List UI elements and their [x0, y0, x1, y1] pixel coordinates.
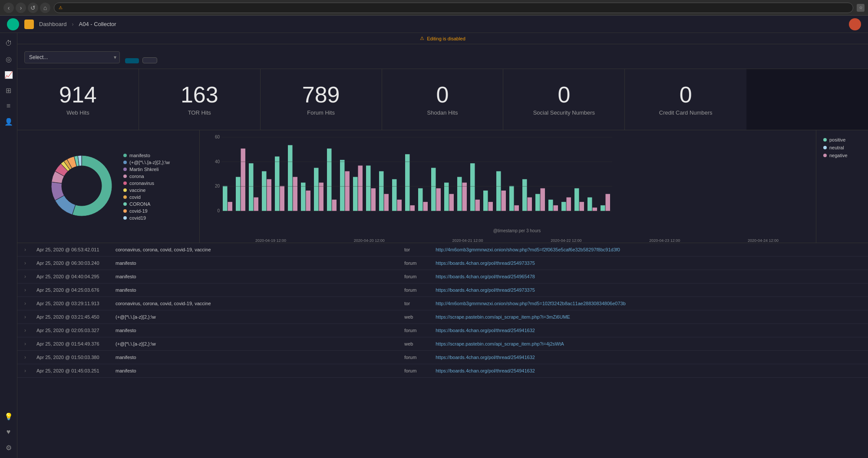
svg-rect-10 — [280, 186, 285, 211]
x-axis-label: 2020-04-24 12:00 — [748, 238, 779, 243]
row-expand-icon[interactable]: › — [24, 260, 31, 266]
row-url[interactable]: http://4m6omb3gmrmnwzxi.onion/show.php?m… — [436, 301, 861, 306]
row-expand-icon[interactable]: › — [24, 314, 31, 320]
row-source: tor — [404, 301, 430, 306]
svg-rect-58 — [593, 208, 597, 211]
row-url[interactable]: https://boards.4chan.org/pol/thread/2549… — [436, 287, 861, 293]
svg-rect-12 — [293, 177, 298, 211]
row-expand-icon[interactable]: › — [24, 354, 31, 360]
client-id-select[interactable]: Select... — [24, 51, 120, 63]
row-timestamp: Apr 25, 2020 @ 06:30:03.240 — [36, 260, 110, 266]
svg-rect-44 — [502, 191, 506, 211]
legend-label: vaccine — [129, 188, 145, 193]
row-tags: manifesto — [116, 328, 399, 333]
row-expand-icon[interactable]: › — [24, 300, 31, 306]
legend-label: covid19 — [129, 215, 146, 221]
row-url[interactable]: https://boards.4chan.org/pol/thread/2549… — [436, 274, 861, 279]
stat-card: 0 Shodan Hits — [382, 69, 504, 130]
svg-rect-6 — [254, 198, 259, 211]
legend-label: covid-19 — [129, 208, 148, 214]
sidebar-icon-bulb[interactable]: 💡 — [2, 409, 16, 423]
x-axis-label: 2020-04-19 12:00 — [255, 238, 286, 243]
sidebar-icon-grid[interactable]: ⊞ — [2, 83, 16, 97]
row-timestamp: Apr 25, 2020 @ 04:40:04.295 — [36, 274, 110, 279]
svg-rect-29 — [405, 154, 410, 211]
table-row: › Apr 25, 2020 @ 01:45:03.251 manifesto … — [17, 364, 868, 378]
sidebar-icon-clock[interactable]: ⏱ — [2, 36, 16, 50]
row-expand-icon[interactable]: › — [24, 327, 31, 333]
apply-button[interactable] — [125, 58, 139, 63]
chart-legend-item: positive — [823, 137, 861, 142]
svg-rect-46 — [515, 205, 519, 211]
main-layout: ⏱ ◎ 📈 ⊞ ≡ 👤 💡 ♥ ⚙ ⚠ Editing is disabled … — [0, 33, 868, 458]
sidebar-icon-person[interactable]: 👤 — [2, 115, 16, 129]
clear-button[interactable] — [161, 58, 168, 63]
refresh-button[interactable]: ↺ — [28, 3, 38, 13]
svg-rect-25 — [379, 171, 384, 211]
row-expand-icon[interactable]: › — [24, 341, 31, 347]
svg-rect-56 — [580, 202, 584, 211]
row-expand-icon[interactable]: › — [24, 273, 31, 280]
address-bar[interactable]: ⚠ — [54, 3, 853, 13]
svg-rect-23 — [366, 165, 371, 211]
client-badge — [24, 20, 34, 29]
legend-label: manifesto — [129, 153, 150, 158]
row-url[interactable]: https://boards.4chan.org/pol/thread/2549… — [436, 260, 861, 266]
secure-icon: ⚠ — [59, 5, 63, 10]
content-area: ⚠ Editing is disabled Select... 914 We — [17, 33, 868, 458]
row-expand-icon[interactable]: › — [24, 368, 31, 374]
row-source: forum — [404, 287, 430, 293]
row-source: forum — [404, 260, 430, 266]
forward-button[interactable]: › — [16, 3, 26, 13]
table-row: › Apr 25, 2020 @ 03:21:45.450 (+@[*\.\.[… — [17, 310, 868, 324]
row-tags: coronavirus, corona, covid, covid-19, va… — [116, 301, 399, 306]
row-tags: manifesto — [116, 260, 399, 266]
svg-rect-22 — [358, 165, 363, 211]
row-timestamp: Apr 25, 2020 @ 01:45:03.251 — [36, 368, 110, 373]
stat-value: 914 — [59, 83, 97, 106]
row-tags: manifesto — [116, 355, 399, 360]
donut-chart — [47, 151, 116, 222]
donut-panel: manifesto(+@[*\.\.[a-z]{2,}:\wMartin Shk… — [17, 130, 200, 243]
legend-label: coronavirus — [129, 181, 154, 186]
table-row: › Apr 25, 2020 @ 01:54:49.376 (+@[*\.\.[… — [17, 337, 868, 351]
chart-legend-item: neutral — [823, 145, 861, 150]
stat-card: 914 Web Hits — [17, 69, 139, 130]
sidebar-icon-stack[interactable]: ≡ — [2, 99, 16, 113]
row-timestamp: Apr 25, 2020 @ 03:29:11.913 — [36, 301, 110, 306]
legend-label-text: negative — [829, 153, 848, 158]
sidebar-icon-chart[interactable]: 📈 — [2, 68, 16, 82]
row-url[interactable]: https://scrape.pastebin.com/api_scrape_i… — [436, 341, 861, 346]
row-url[interactable]: https://boards.4chan.org/pol/thread/2549… — [436, 328, 861, 333]
cancel-button[interactable] — [142, 57, 157, 63]
legend-label: CORONA — [129, 201, 150, 207]
svg-rect-49 — [535, 194, 540, 211]
row-url[interactable]: https://boards.4chan.org/pol/thread/2549… — [436, 355, 861, 360]
svg-rect-45 — [509, 186, 514, 211]
stat-label: Forum Hits — [307, 109, 335, 116]
app-logo — [7, 18, 19, 30]
breadcrumb-dashboard[interactable]: Dashboard — [39, 21, 67, 27]
row-url[interactable]: http://4m6omb3gmrmnwzxi.onion/show.php?m… — [436, 247, 861, 252]
row-source: web — [404, 341, 430, 346]
svg-rect-33 — [431, 168, 436, 211]
row-url[interactable]: https://boards.4chan.org/pol/thread/2549… — [436, 368, 861, 373]
back-button[interactable]: ‹ — [3, 3, 14, 13]
bookmark-icon[interactable]: ☆ — [857, 4, 865, 12]
legend-dot — [123, 168, 127, 171]
home-button[interactable]: ⌂ — [40, 3, 50, 13]
sidebar-icon-gear[interactable]: ⚙ — [2, 441, 16, 455]
legend-label-text: positive — [829, 137, 845, 142]
svg-rect-43 — [496, 171, 501, 211]
row-url[interactable]: https://scrape.pastebin.com/api_scrape_i… — [436, 314, 861, 320]
legend-label: Martin Shkreli — [129, 167, 158, 172]
row-expand-icon[interactable]: › — [24, 247, 31, 253]
breadcrumb-current: A04 - Collector — [79, 21, 116, 27]
stats-row: 914 Web Hits 163 TOR Hits 789 Forum Hits… — [17, 69, 868, 130]
legend-dot — [123, 188, 127, 192]
sidebar-icon-circle[interactable]: ◎ — [2, 52, 16, 66]
sidebar-icon-heart[interactable]: ♥ — [2, 425, 16, 439]
stat-value: 789 — [302, 83, 340, 106]
row-expand-icon[interactable]: › — [24, 287, 31, 293]
avatar[interactable] — [849, 18, 861, 30]
